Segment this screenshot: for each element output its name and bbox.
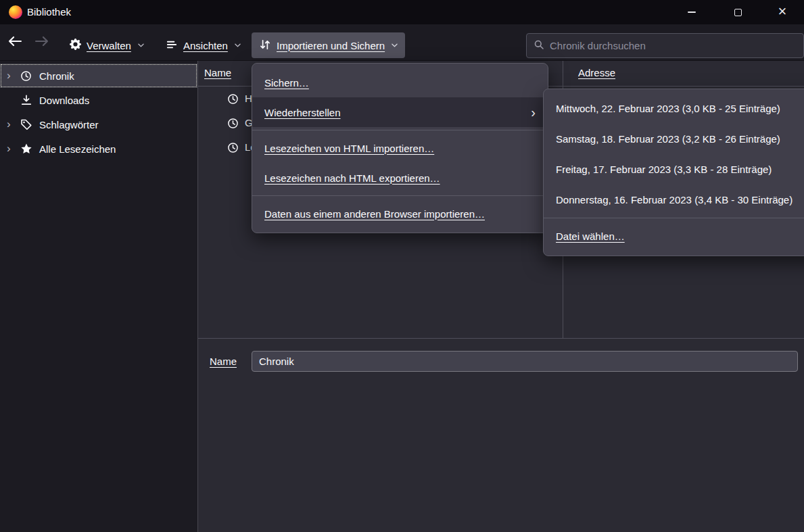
sidebar-item-schlagwoerter[interactable]: › Schlagwörter <box>0 112 197 137</box>
clock-icon <box>20 70 39 82</box>
chevron-right-icon[interactable]: › <box>5 142 20 155</box>
star-icon <box>20 143 39 155</box>
forward-arrow-icon <box>34 34 49 51</box>
detail-name-label: Name <box>210 356 237 367</box>
sidebar-item-alle-lesezeichen[interactable]: › Alle Lesezeichen <box>0 137 197 161</box>
close-icon: × <box>778 4 787 19</box>
menu-item-label: Lesezeichen von HTML importieren… <box>264 143 434 154</box>
clock-icon <box>227 93 239 107</box>
tag-icon <box>20 118 39 130</box>
back-button[interactable] <box>4 35 26 50</box>
firefox-logo-icon <box>9 5 22 19</box>
submenu-item-label: Freitag, 17. Februar 2023 (3,3 KB - 28 E… <box>556 164 772 175</box>
chevron-down-icon <box>392 43 398 47</box>
forward-button[interactable] <box>31 35 53 50</box>
submenu-item-backup-date[interactable]: Samstag, 18. Februar 2023 (3,2 KB - 26 E… <box>544 124 804 154</box>
column-header-name[interactable]: Name <box>204 67 231 78</box>
clock-icon <box>227 118 239 131</box>
menu-item-label: Daten aus einem anderen Browser importie… <box>264 208 485 220</box>
menu-item-html-importieren[interactable]: Lesezeichen von HTML importieren… <box>252 133 548 163</box>
minimize-icon <box>688 11 696 13</box>
import-backup-menu: Sichern… Wiederherstellen › Lesezeichen … <box>252 63 548 233</box>
submenu-item-label: Datei wählen… <box>556 231 625 242</box>
maximize-icon <box>734 9 742 16</box>
submenu-item-label: Mittwoch, 22. Februar 2023 (3,0 KB - 25 … <box>556 103 780 114</box>
sidebar-item-chronik[interactable]: › Chronik <box>0 64 197 88</box>
submenu-item-backup-date[interactable]: Mittwoch, 22. Februar 2023 (3,0 KB - 25 … <box>544 93 804 124</box>
sidebar-item-label: Schlagwörter <box>39 119 99 130</box>
chevron-down-icon <box>235 43 241 47</box>
titlebar: Bibliothek × <box>0 0 804 24</box>
detail-splitter[interactable] <box>198 338 804 339</box>
views-menu-button[interactable]: Ansichten <box>158 32 248 58</box>
menu-item-browser-import[interactable]: Daten aus einem anderen Browser importie… <box>252 199 548 228</box>
menu-item-label: Sichern… <box>264 77 309 89</box>
menu-item-wiederherstellen[interactable]: Wiederherstellen › <box>252 97 548 127</box>
search-input[interactable] <box>550 40 797 51</box>
sidebar-item-label: Alle Lesezeichen <box>39 143 116 155</box>
menu-item-sichern[interactable]: Sichern… <box>252 68 548 97</box>
search-icon <box>534 39 544 53</box>
window-controls: × <box>669 0 804 24</box>
name-input[interactable] <box>252 351 798 372</box>
search-box <box>526 33 804 58</box>
menu-item-label: Wiederherstellen <box>264 107 341 118</box>
maximize-button[interactable] <box>715 0 761 24</box>
submenu-arrow-icon: › <box>531 105 536 119</box>
minimize-button[interactable] <box>669 0 715 24</box>
chevron-down-icon <box>138 43 144 47</box>
window-title: Bibliothek <box>27 0 71 24</box>
menu-separator <box>252 195 548 196</box>
restore-submenu: Mittwoch, 22. Februar 2023 (3,0 KB - 25 … <box>543 89 804 256</box>
menu-item-label: Lesezeichen nach HTML exportieren… <box>264 172 440 184</box>
sidebar-item-label: Downloads <box>39 95 89 106</box>
column-header-adresse[interactable]: Adresse <box>578 67 615 78</box>
sidebar-item-label: Chronik <box>39 70 74 82</box>
manage-menu-label: Verwalten <box>87 40 131 51</box>
menu-separator <box>544 218 804 218</box>
sidebar: › Chronik › Downloads › Schlagwörter › A… <box>0 61 198 532</box>
toolbar: Verwalten Ansichten Importieren und Sich… <box>0 24 804 61</box>
chevron-right-icon[interactable]: › <box>5 118 20 131</box>
download-icon <box>20 94 39 106</box>
menu-separator <box>252 130 548 130</box>
back-arrow-icon <box>7 34 22 51</box>
submenu-item-backup-date[interactable]: Donnerstag, 16. Februar 2023 (3,4 KB - 3… <box>544 185 804 215</box>
submenu-item-datei-waehlen[interactable]: Datei wählen… <box>544 221 804 251</box>
submenu-item-backup-date[interactable]: Freitag, 17. Februar 2023 (3,3 KB - 28 E… <box>544 154 804 185</box>
list-view-icon <box>166 39 178 53</box>
submenu-item-label: Donnerstag, 16. Februar 2023 (3,4 KB - 3… <box>556 194 793 205</box>
views-menu-label: Ansichten <box>183 40 228 51</box>
clock-icon <box>227 142 239 155</box>
submenu-item-label: Samstag, 18. Februar 2023 (3,2 KB - 26 E… <box>556 133 780 145</box>
chevron-right-icon[interactable]: › <box>5 69 20 82</box>
menu-item-html-exportieren[interactable]: Lesezeichen nach HTML exportieren… <box>252 163 548 193</box>
sidebar-item-downloads[interactable]: › Downloads <box>0 88 197 112</box>
gear-icon <box>70 39 81 52</box>
import-export-arrows-icon <box>259 39 271 53</box>
manage-menu-button[interactable]: Verwalten <box>62 32 151 58</box>
close-button[interactable]: × <box>761 0 804 24</box>
import-backup-menu-button[interactable]: Importieren und Sichern <box>252 32 405 58</box>
import-backup-menu-label: Importieren und Sichern <box>277 40 385 51</box>
